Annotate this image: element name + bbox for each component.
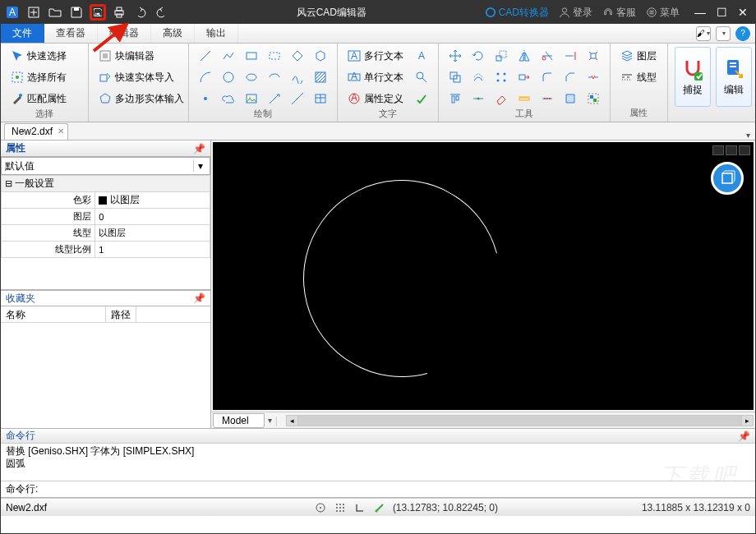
rotated-rect-icon[interactable] bbox=[288, 47, 307, 65]
prop-ltscale-value[interactable]: 1 bbox=[95, 242, 210, 258]
menu-file[interactable]: 文件 bbox=[1, 24, 44, 43]
edit-button[interactable]: 编辑 bbox=[716, 47, 752, 107]
pin-icon[interactable]: 📌 bbox=[738, 430, 750, 442]
layout-expand-icon[interactable]: ▾ bbox=[268, 416, 272, 425]
table-icon[interactable] bbox=[311, 90, 330, 108]
spline-icon[interactable] bbox=[288, 68, 307, 86]
stretch-icon[interactable] bbox=[514, 68, 534, 86]
prop-layer-value[interactable]: 0 bbox=[95, 209, 210, 225]
col-name[interactable]: 名称 bbox=[1, 306, 106, 322]
array-icon[interactable] bbox=[491, 68, 511, 86]
ellipse-arc-icon[interactable] bbox=[265, 68, 284, 86]
scroll-right-icon[interactable]: ▸ bbox=[741, 416, 753, 426]
canvas-min-icon[interactable] bbox=[712, 145, 724, 155]
support-link[interactable]: 客服 bbox=[602, 6, 636, 20]
fillet-icon[interactable] bbox=[537, 68, 557, 86]
tab-close-icon[interactable]: ✕ bbox=[58, 127, 64, 136]
xline-icon[interactable] bbox=[288, 90, 307, 108]
cloud-icon[interactable] bbox=[219, 90, 238, 108]
match-props-button[interactable]: 匹配属性 bbox=[7, 90, 70, 108]
snap-button[interactable]: 捕捉 bbox=[675, 47, 711, 107]
text-style-icon[interactable]: A bbox=[412, 47, 431, 65]
app-logo-icon[interactable]: A bbox=[4, 4, 21, 21]
maximize-button[interactable]: ☐ bbox=[712, 3, 731, 21]
move-icon[interactable] bbox=[445, 47, 465, 65]
measure-icon[interactable] bbox=[514, 90, 534, 108]
extend-icon[interactable] bbox=[560, 47, 580, 65]
view-cube-button[interactable] bbox=[711, 162, 744, 195]
offset-icon[interactable] bbox=[468, 68, 488, 86]
chamfer-icon[interactable] bbox=[560, 68, 580, 86]
join-icon[interactable] bbox=[468, 90, 488, 108]
attrdef-button[interactable]: A属性定义 bbox=[344, 90, 407, 108]
drawing-canvas[interactable] bbox=[213, 142, 754, 410]
break-icon[interactable] bbox=[583, 68, 603, 86]
explode-icon[interactable] bbox=[583, 47, 603, 65]
rect-dashed-icon[interactable] bbox=[265, 47, 284, 65]
divide-icon[interactable] bbox=[537, 90, 557, 108]
model-tab[interactable]: Model bbox=[213, 413, 265, 428]
arc-icon[interactable] bbox=[196, 68, 215, 86]
properties-combo[interactable]: 默认值▾ bbox=[1, 157, 210, 175]
new-file-icon[interactable] bbox=[25, 4, 42, 21]
erase-icon[interactable] bbox=[491, 90, 511, 108]
scroll-thumb[interactable] bbox=[298, 416, 741, 426]
rotate-icon[interactable] bbox=[468, 47, 488, 65]
ellipse-icon[interactable] bbox=[242, 68, 261, 86]
quick-entity-import-button[interactable]: 快速实体导入 bbox=[95, 68, 187, 86]
login-link[interactable]: 登录 bbox=[559, 6, 592, 20]
pin-icon[interactable]: 📌 bbox=[193, 292, 205, 304]
command-input[interactable] bbox=[41, 485, 750, 495]
group-icon[interactable] bbox=[583, 90, 603, 108]
command-log[interactable]: 替换 [Geniso.SHX] 字体为 [SIMPLEX.SHX] 圆弧 下载吧 bbox=[1, 444, 755, 481]
linetype-button[interactable]: 线型 bbox=[617, 68, 660, 86]
polyline-icon[interactable] bbox=[219, 47, 238, 65]
quick-select-button[interactable]: 快速选择 bbox=[7, 47, 70, 65]
document-tab[interactable]: New2.dxf✕ bbox=[4, 123, 68, 140]
status-target-icon[interactable] bbox=[314, 501, 327, 514]
point-icon[interactable] bbox=[196, 90, 215, 108]
copy-icon[interactable] bbox=[445, 68, 465, 86]
favorites-list[interactable] bbox=[1, 323, 210, 428]
menu-viewer[interactable]: 查看器 bbox=[44, 24, 98, 43]
options-dropdown-icon[interactable]: ▾ bbox=[716, 26, 731, 41]
select-all-button[interactable]: 选择所有 bbox=[7, 68, 70, 86]
menu-advanced[interactable]: 高级 bbox=[151, 24, 195, 43]
layers-button[interactable]: 图层 bbox=[617, 47, 660, 65]
image-icon[interactable] bbox=[242, 90, 261, 108]
align-icon[interactable] bbox=[445, 90, 465, 108]
canvas-restore-icon[interactable] bbox=[726, 145, 737, 155]
menu-output[interactable]: 输出 bbox=[195, 24, 238, 43]
line-icon[interactable] bbox=[196, 47, 215, 65]
box-icon[interactable] bbox=[311, 47, 330, 65]
mirror-icon[interactable] bbox=[514, 47, 534, 65]
prop-linetype-value[interactable]: 以图层 bbox=[95, 225, 210, 242]
find-icon[interactable] bbox=[412, 68, 431, 86]
menu-link[interactable]: 菜单 bbox=[646, 6, 680, 20]
spell-icon[interactable] bbox=[412, 90, 431, 108]
save-as-pdf-icon[interactable]: PDF bbox=[90, 4, 106, 21]
polygon-entity-input-button[interactable]: 多边形实体输入 bbox=[95, 90, 187, 108]
pin-icon[interactable]: 📌 bbox=[193, 143, 205, 154]
close-button[interactable]: ✕ bbox=[734, 3, 752, 21]
undo-icon[interactable] bbox=[132, 4, 149, 21]
stext-button[interactable]: A单行文本 bbox=[344, 68, 407, 86]
trim-icon[interactable] bbox=[537, 47, 557, 65]
tabs-expand-icon[interactable]: ▾ bbox=[746, 131, 750, 140]
scale-icon[interactable] bbox=[491, 47, 511, 65]
region-icon[interactable] bbox=[560, 90, 580, 108]
canvas-close-icon[interactable] bbox=[739, 145, 750, 155]
chevron-down-icon[interactable]: ▾ bbox=[193, 160, 206, 172]
status-polar-icon[interactable] bbox=[373, 501, 386, 514]
print-icon[interactable] bbox=[111, 4, 127, 21]
horizontal-scrollbar[interactable]: ◂ ▸ bbox=[286, 415, 754, 426]
minimize-button[interactable]: — bbox=[691, 3, 709, 21]
mtext-button[interactable]: A多行文本 bbox=[344, 47, 407, 65]
redo-icon[interactable] bbox=[154, 4, 170, 21]
help-icon[interactable]: ? bbox=[735, 26, 750, 41]
menu-editor[interactable]: 编辑器 bbox=[98, 24, 151, 43]
status-grid-icon[interactable] bbox=[334, 501, 347, 514]
scroll-left-icon[interactable]: ◂ bbox=[287, 416, 298, 426]
prop-color-value[interactable]: 以图层 bbox=[95, 192, 210, 209]
circle-icon[interactable] bbox=[219, 68, 238, 86]
